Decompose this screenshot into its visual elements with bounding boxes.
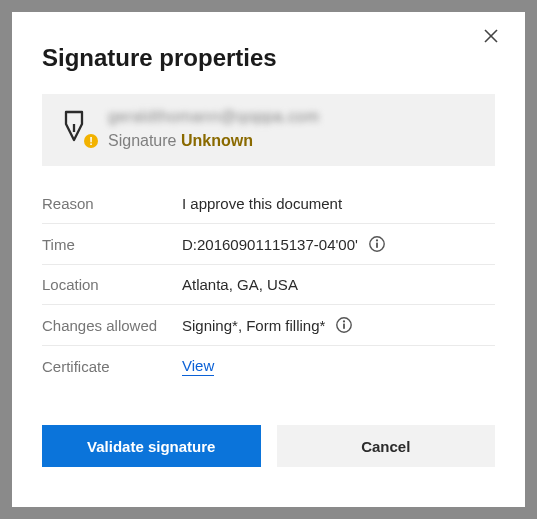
signature-properties-dialog: Signature properties ! geraldthomann@qop… bbox=[12, 12, 525, 507]
info-icon[interactable] bbox=[335, 316, 353, 334]
label-certificate: Certificate bbox=[42, 358, 182, 375]
signer-card: ! geraldthomann@qoppa.com Signature Unkn… bbox=[42, 94, 495, 166]
svg-point-7 bbox=[343, 320, 345, 322]
label-location: Location bbox=[42, 276, 182, 293]
svg-point-4 bbox=[376, 239, 378, 241]
value-time: D:20160901115137-04'00' bbox=[182, 236, 358, 253]
close-button[interactable] bbox=[483, 28, 503, 48]
row-location: Location Atlanta, GA, USA bbox=[42, 265, 495, 305]
row-time: Time D:20160901115137-04'00' bbox=[42, 224, 495, 265]
value-reason: I approve this document bbox=[182, 195, 342, 212]
label-reason: Reason bbox=[42, 195, 182, 212]
signature-pen-icon: ! bbox=[60, 110, 92, 146]
signature-status: Unknown bbox=[181, 132, 253, 149]
signer-email: geraldthomann@qoppa.com bbox=[108, 108, 477, 126]
row-reason: Reason I approve this document bbox=[42, 184, 495, 224]
warning-badge-icon: ! bbox=[84, 134, 98, 148]
signature-status-line: Signature Unknown bbox=[108, 132, 477, 150]
dialog-buttons: Validate signature Cancel bbox=[42, 425, 495, 467]
cancel-button[interactable]: Cancel bbox=[277, 425, 496, 467]
value-changes-allowed: Signing*, Form filling* bbox=[182, 317, 325, 334]
value-location: Atlanta, GA, USA bbox=[182, 276, 298, 293]
svg-rect-8 bbox=[344, 324, 346, 329]
signature-label: Signature bbox=[108, 132, 177, 149]
properties-list: Reason I approve this document Time D:20… bbox=[42, 184, 495, 387]
signer-email-blurred: geraldthomann@q bbox=[108, 108, 246, 125]
dialog-title: Signature properties bbox=[42, 44, 495, 72]
row-changes-allowed: Changes allowed Signing*, Form filling* bbox=[42, 305, 495, 346]
info-icon[interactable] bbox=[368, 235, 386, 253]
svg-rect-5 bbox=[376, 243, 378, 248]
row-certificate: Certificate View bbox=[42, 346, 495, 387]
label-changes-allowed: Changes allowed bbox=[42, 317, 182, 334]
close-icon bbox=[483, 28, 499, 44]
view-certificate-link[interactable]: View bbox=[182, 357, 214, 376]
signer-email-suffix: oppa.com bbox=[246, 108, 319, 125]
validate-signature-button[interactable]: Validate signature bbox=[42, 425, 261, 467]
label-time: Time bbox=[42, 236, 182, 253]
